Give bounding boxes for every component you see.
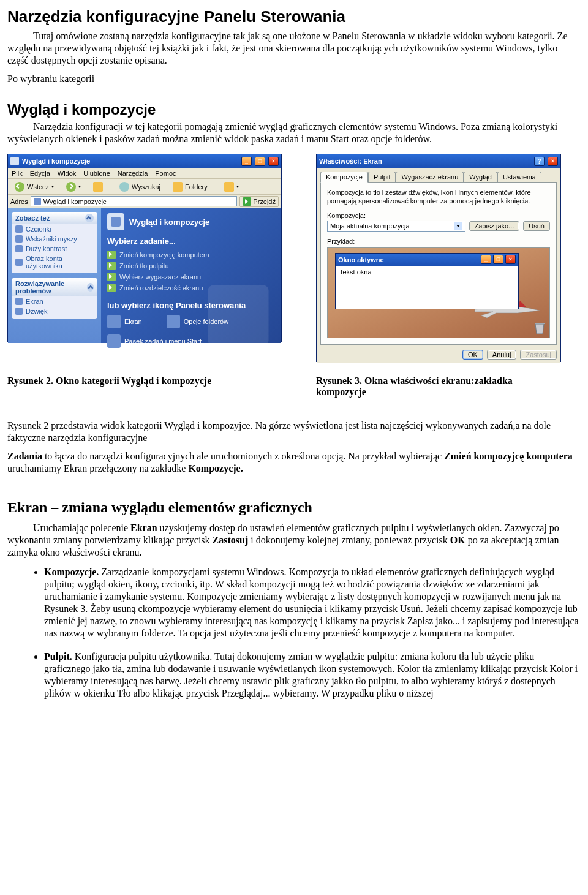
sidebar-item-czcionki[interactable]: Czcionki xyxy=(12,224,97,234)
tab-wygaszacz[interactable]: Wygaszacz ekranu xyxy=(396,172,464,183)
close-button[interactable]: × xyxy=(268,157,279,166)
sidebar-header[interactable]: Rozwiązywanie problemów xyxy=(12,278,97,296)
section-a-paragraph: Narzędzia konfiguracji w tej kategorii p… xyxy=(7,121,581,145)
menu-narzedzia[interactable]: Narzędzia xyxy=(118,170,148,177)
search-button[interactable]: Wyszukaj xyxy=(115,180,165,194)
tab-pulpit[interactable]: Pulpit xyxy=(368,172,396,183)
chevron-up-icon xyxy=(85,214,94,222)
intro-paragraph-2: Po wybraniu kategorii xyxy=(7,73,581,85)
menu-plik[interactable]: Plik xyxy=(12,170,23,177)
task-zmien-tlo[interactable]: Zmień tło pulpitu xyxy=(107,260,275,271)
preview-active-window: Okno aktywne _ □ × Tekst okna xyxy=(335,253,519,309)
tab-kompozycje[interactable]: Kompozycje xyxy=(320,172,368,183)
category-icon xyxy=(107,213,124,230)
figure-caption-1: Rysunek 2. Okno kategorii Wygląd i kompo… xyxy=(7,376,282,387)
maximize-button[interactable]: □ xyxy=(255,157,265,166)
window-icon xyxy=(10,157,19,165)
back-button[interactable]: Wstecz ▾ xyxy=(10,180,58,194)
window-title: Właściwości: Ekran xyxy=(319,157,531,165)
close-icon: × xyxy=(505,255,516,264)
display-icon xyxy=(15,298,23,305)
sidebar-item-dzwiek[interactable]: Dźwięk xyxy=(12,306,97,316)
toolbar: Wstecz ▾ ▾ Wyszukaj Foldery ▾ xyxy=(8,179,281,195)
ok-button[interactable]: OK xyxy=(462,350,483,360)
page-title: Narzędzia konfiguracyjne Panelu Sterowan… xyxy=(7,7,581,26)
address-input-icon xyxy=(34,198,41,205)
bullet-kompozycje: Kompozycje. Zarządzanie kompozycjami sys… xyxy=(44,566,581,640)
preview-win-title: Okno aktywne xyxy=(338,256,479,263)
menu-edycja[interactable]: Edycja xyxy=(30,170,50,177)
chevron-up-icon xyxy=(87,283,94,292)
sidebar-panel-see-also: Zobacz też Czcionki Wskaźniki myszy Duży… xyxy=(12,212,97,273)
address-bar: Adres Wygląd i kompozycje Przejdź xyxy=(8,195,281,208)
screenshot-wlasciwosci-ekran: Właściwości: Ekran ? × Kompozycje Pulpit… xyxy=(316,154,561,362)
apply-button[interactable]: Zastosuj xyxy=(520,350,557,360)
menu-widok[interactable]: Widok xyxy=(58,170,77,177)
folders-button[interactable]: Foldery xyxy=(168,180,212,194)
up-button[interactable] xyxy=(89,180,107,194)
help-button[interactable]: ? xyxy=(534,157,545,166)
tab-row: Kompozycje Pulpit Wygaszacz ekranu Wyglą… xyxy=(320,172,557,183)
sidebar-item-ekran[interactable]: Ekran xyxy=(12,296,97,306)
back-icon xyxy=(15,182,24,192)
task-arrow-icon xyxy=(107,273,116,281)
close-button[interactable]: × xyxy=(548,157,558,166)
cpl-icon-pasek-zadan[interactable]: Pasek zadań i menu Start xyxy=(107,334,202,348)
folder-options-icon xyxy=(167,315,180,328)
views-button[interactable]: ▾ xyxy=(220,180,243,194)
section-heading-wyglad: Wygląd i kompozycje xyxy=(7,101,581,118)
chevron-down-icon xyxy=(454,222,462,230)
separator xyxy=(216,181,216,192)
cpl-icon-ekran[interactable]: Ekran xyxy=(107,315,142,328)
task-arrow-icon xyxy=(107,251,116,259)
preview-win-body: Tekst okna xyxy=(336,266,518,309)
tab-wyglad[interactable]: Wygląd xyxy=(464,172,497,183)
svg-rect-0 xyxy=(208,285,269,346)
go-button[interactable]: Przejdź xyxy=(239,196,279,207)
background-checkmark-icon xyxy=(189,282,287,349)
menubar: Plik Edycja Widok Ulubione Narzędzia Pom… xyxy=(8,168,281,179)
figure-caption-2: Rysunek 3. Okna właściwości ekranu:zakła… xyxy=(316,376,561,398)
cancel-button[interactable]: Anuluj xyxy=(487,350,517,360)
sidebar-item-wskazniki[interactable]: Wskaźniki myszy xyxy=(12,234,97,244)
display-icon xyxy=(107,315,121,328)
user-image-icon xyxy=(15,259,23,266)
search-icon xyxy=(119,182,129,192)
kompozycja-select[interactable]: Moja aktualna kompozycja xyxy=(327,221,466,232)
titlebar: Wygląd i kompozycje _ □ × xyxy=(8,154,281,168)
address-input[interactable]: Wygląd i kompozycje xyxy=(31,196,238,206)
category-title: Wygląd i kompozycje xyxy=(129,217,209,227)
bullet-list: Kompozycje. Zarządzanie kompozycjami sys… xyxy=(7,566,581,700)
sidebar-header[interactable]: Zobacz też xyxy=(12,212,97,224)
delete-button[interactable]: Usuń xyxy=(523,221,550,231)
separator xyxy=(111,181,111,192)
task-arrow-icon xyxy=(107,284,116,292)
paragraph-rysunek2: Rysunek 2 przedstawia widok kategorii Wy… xyxy=(7,420,581,444)
views-icon xyxy=(224,182,234,192)
minimize-button[interactable]: _ xyxy=(241,157,252,166)
tab-panel: Kompozycja to tło i zestaw dźwięków, iko… xyxy=(320,182,557,345)
sidebar-item-obraz-konta[interactable]: Obraz konta użytkownika xyxy=(12,254,97,271)
svg-marker-2 xyxy=(518,301,526,307)
task-wygaszacz[interactable]: Wybierz wygaszacz ekranu xyxy=(107,271,275,282)
task-arrow-icon xyxy=(107,262,116,270)
folders-icon xyxy=(173,182,183,192)
menu-pomoc[interactable]: Pomoc xyxy=(155,170,176,177)
bullet-pulpit: Pulpit. Konfiguracja pulpitu użytkownika… xyxy=(44,651,581,700)
menu-ulubione[interactable]: Ulubione xyxy=(83,170,110,177)
forward-button[interactable]: ▾ xyxy=(62,180,85,194)
save-as-button[interactable]: Zapisz jako... xyxy=(469,221,520,231)
main-pane: Wygląd i kompozycje Wybierz zadanie... Z… xyxy=(101,208,281,343)
category-header: Wygląd i kompozycje xyxy=(107,213,275,230)
task-zmien-kompozycje[interactable]: Zmień kompozycję komputera xyxy=(107,249,275,260)
sidebar-panel-troubleshoot: Rozwiązywanie problemów Ekran Dźwięk xyxy=(12,278,97,319)
up-icon xyxy=(93,182,103,192)
dialog-buttons: OK Anuluj Zastosuj xyxy=(320,345,557,360)
font-icon xyxy=(15,225,23,233)
tab-ustawienia[interactable]: Ustawienia xyxy=(497,172,541,183)
theme-preview: Okno aktywne _ □ × Tekst okna xyxy=(327,247,550,338)
sidebar-item-kontrast[interactable]: Duży kontrast xyxy=(12,244,97,254)
section-b-paragraph: Uruchamiając polecenie Ekran uzyskujemy … xyxy=(7,522,581,559)
recycle-bin-icon xyxy=(533,322,546,335)
titlebar: Właściwości: Ekran ? × xyxy=(317,154,560,168)
